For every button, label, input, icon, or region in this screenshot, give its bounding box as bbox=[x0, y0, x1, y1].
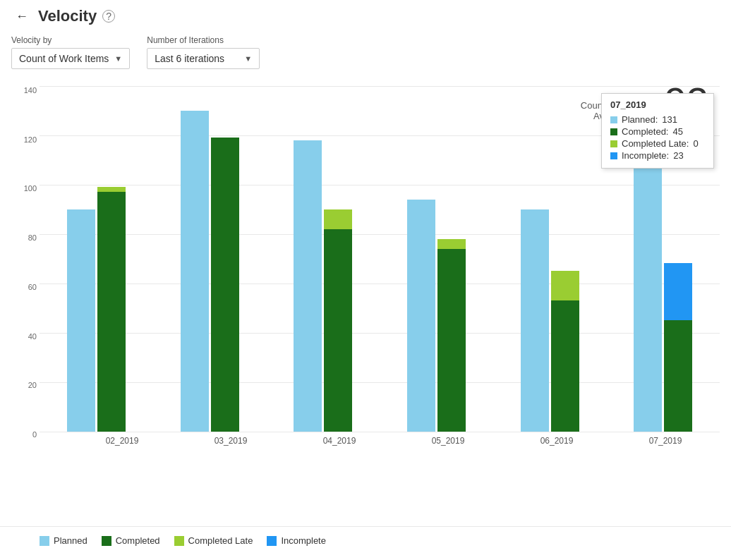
y-axis-label: 20 bbox=[28, 381, 37, 389]
tooltip-incomplete-dot bbox=[610, 152, 617, 159]
iterations-chevron: ▼ bbox=[244, 54, 252, 63]
x-axis-label: 03_2019 bbox=[176, 432, 285, 446]
bar-completed[interactable] bbox=[551, 300, 579, 432]
legend-label: Completed Late bbox=[188, 535, 253, 546]
bar-planned[interactable] bbox=[521, 209, 549, 432]
tooltip-planned: Planned: 131 bbox=[610, 114, 705, 125]
page-title: Velocity bbox=[38, 7, 97, 25]
tooltip-completed: Completed: 45 bbox=[610, 126, 705, 137]
x-axis-label: 05_2019 bbox=[394, 432, 502, 446]
y-axis-label: 40 bbox=[28, 332, 37, 341]
bar-completed-late[interactable] bbox=[324, 209, 352, 229]
bar-planned[interactable] bbox=[294, 140, 322, 432]
tooltip-completed-late-dot bbox=[610, 140, 617, 147]
y-axis-label: 80 bbox=[28, 233, 37, 242]
bar-completed[interactable] bbox=[437, 249, 466, 432]
bar-group bbox=[40, 86, 153, 432]
legend-item: Completed bbox=[102, 535, 160, 546]
velocity-by-select[interactable]: Count of Work Items ▼ bbox=[11, 48, 130, 69]
velocity-by-value: Count of Work Items bbox=[19, 53, 109, 64]
bar-group bbox=[380, 86, 493, 432]
bar-stack bbox=[211, 86, 239, 432]
tooltip-completed-late-label: Completed Late: bbox=[622, 138, 689, 149]
legend-item: Planned bbox=[40, 535, 87, 546]
tooltip-completed-value: 45 bbox=[672, 126, 682, 137]
tooltip-incomplete-label: Incomplete: bbox=[622, 150, 669, 161]
bar-group bbox=[153, 86, 267, 432]
legend-color-box bbox=[267, 536, 277, 546]
legend-color-box bbox=[40, 536, 49, 546]
bar-stack bbox=[551, 86, 579, 432]
tooltip-incomplete: Incomplete: 23 bbox=[610, 150, 705, 161]
help-icon[interactable]: ? bbox=[102, 10, 115, 23]
x-axis-label: 04_2019 bbox=[285, 432, 394, 446]
iterations-select[interactable]: Last 6 iterations ▼ bbox=[147, 48, 260, 69]
bar-stack bbox=[97, 86, 126, 432]
x-labels: 02_201903_201904_201905_201906_201907_20… bbox=[68, 432, 720, 446]
legend-label: Planned bbox=[54, 535, 87, 546]
tooltip-planned-label: Planned: bbox=[622, 114, 658, 125]
bar-completed[interactable] bbox=[97, 192, 126, 432]
bar-completed[interactable] bbox=[664, 320, 692, 432]
back-button[interactable]: ← bbox=[11, 8, 32, 25]
legend-label: Completed bbox=[116, 535, 160, 546]
bar-completed-late[interactable] bbox=[551, 271, 579, 300]
iterations-label: Number of Iterations bbox=[147, 35, 260, 45]
x-axis-label: 06_2019 bbox=[502, 432, 611, 446]
bar-group bbox=[266, 86, 380, 432]
bar-completed-late[interactable] bbox=[97, 187, 126, 192]
legend-color-box bbox=[174, 536, 184, 546]
tooltip: 07_2019 Planned: 131 Completed: 45 Compl… bbox=[601, 93, 714, 169]
bar-completed[interactable] bbox=[324, 229, 352, 432]
legend: PlannedCompletedCompleted LateIncomplete bbox=[0, 526, 731, 552]
header: ← Velocity ? bbox=[0, 0, 731, 30]
chart-inner: 07_2019 Planned: 131 Completed: 45 Compl… bbox=[40, 86, 720, 446]
velocity-by-filter: Velocity by Count of Work Items ▼ bbox=[11, 35, 130, 69]
iterations-value: Last 6 iterations bbox=[155, 53, 224, 64]
legend-item: Incomplete bbox=[267, 535, 326, 546]
tooltip-planned-value: 131 bbox=[662, 114, 677, 125]
y-axis-label: 60 bbox=[28, 283, 37, 291]
tooltip-completed-late-value: 0 bbox=[693, 138, 698, 149]
y-axis-label: 120 bbox=[24, 135, 37, 144]
velocity-by-label: Velocity by bbox=[11, 35, 130, 45]
tooltip-incomplete-value: 23 bbox=[673, 150, 683, 161]
y-axis-label: 100 bbox=[24, 184, 37, 193]
bar-planned[interactable] bbox=[181, 111, 209, 432]
x-axis-label: 07_2019 bbox=[611, 432, 720, 446]
bar-stack bbox=[437, 86, 466, 432]
chart-area: Count of work items Average Velocity 92 … bbox=[0, 75, 731, 523]
tooltip-completed-dot bbox=[610, 128, 617, 135]
bar-completed[interactable] bbox=[211, 138, 239, 432]
legend-item: Completed Late bbox=[174, 535, 253, 546]
bar-planned[interactable] bbox=[67, 209, 95, 432]
legend-label: Incomplete bbox=[281, 535, 326, 546]
velocity-by-chevron: ▼ bbox=[114, 54, 122, 63]
bar-completed-late[interactable] bbox=[437, 239, 466, 249]
x-axis-label: 02_2019 bbox=[68, 432, 176, 446]
y-axis: 020406080100120140 bbox=[11, 86, 37, 439]
legend-color-box bbox=[102, 536, 111, 546]
filters: Velocity by Count of Work Items ▼ Number… bbox=[0, 30, 731, 75]
tooltip-title: 07_2019 bbox=[610, 99, 705, 110]
bar-group bbox=[493, 86, 607, 432]
tooltip-completed-late: Completed Late: 0 bbox=[610, 138, 705, 149]
y-axis-label: 0 bbox=[32, 430, 37, 439]
tooltip-completed-label: Completed: bbox=[622, 126, 668, 137]
tooltip-planned-dot bbox=[610, 116, 617, 123]
iterations-filter: Number of Iterations Last 6 iterations ▼ bbox=[147, 35, 260, 69]
bar-incomplete[interactable] bbox=[664, 263, 692, 320]
bar-stack bbox=[324, 86, 352, 432]
bar-planned[interactable] bbox=[407, 200, 435, 432]
chart-container: 020406080100120140 07_2019 Planned: 131 … bbox=[11, 86, 720, 523]
y-axis-label: 140 bbox=[24, 86, 37, 95]
